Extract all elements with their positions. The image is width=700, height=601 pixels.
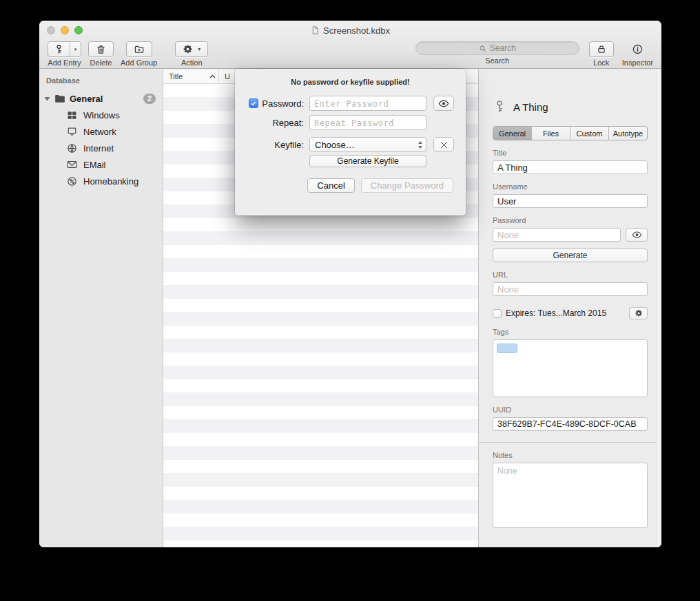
close-button[interactable] [47, 26, 55, 34]
add-entry-button[interactable]: ▾ [48, 41, 81, 57]
tags-label: Tags [493, 328, 648, 336]
toolbar-item-search: Search Search [415, 41, 579, 65]
password-label: Password: [262, 98, 304, 109]
column-title-label: Title [169, 72, 183, 81]
sort-ascending-icon [209, 74, 216, 78]
gear-icon [635, 309, 643, 317]
action-button[interactable]: ▾ [175, 41, 208, 57]
group-label: EMail [83, 160, 106, 170]
inspector-label: Inspector [622, 59, 653, 67]
lock-button[interactable] [589, 41, 614, 57]
close-x-icon [440, 140, 449, 149]
document-icon [311, 25, 320, 35]
window-title-text: Screenshot.kdbx [323, 25, 390, 36]
group-label: Network [83, 127, 116, 137]
toolbar-item-lock: Lock [589, 41, 614, 67]
sidebar-item-windows[interactable]: Windows [39, 107, 163, 123]
expires-settings-button[interactable] [629, 307, 648, 319]
percent-coin-icon [65, 176, 78, 187]
globe-icon [65, 143, 78, 154]
search-input[interactable]: Search [415, 41, 579, 55]
generate-password-button[interactable]: Generate [493, 249, 648, 262]
entry-count-badge: 2 [143, 94, 156, 104]
tab-general[interactable]: General [493, 127, 531, 140]
folder-plus-icon [134, 44, 145, 54]
dialog-password-input[interactable] [309, 96, 426, 111]
uuid-field[interactable]: 38F629B7-FC4E-489C-8DCF-0CAB [493, 417, 648, 431]
dialog-reveal-password-button[interactable] [433, 96, 454, 111]
generate-keyfile-row: Generate Keyfile [235, 155, 466, 167]
keyfile-label-group: Keyfile: [240, 140, 309, 150]
username-input[interactable] [493, 194, 648, 208]
tag-pill[interactable] [497, 344, 517, 353]
tags-box[interactable] [493, 339, 648, 397]
divider [479, 442, 661, 443]
reveal-password-button[interactable] [626, 228, 648, 242]
entry-title: A Thing [513, 101, 548, 113]
title-input[interactable] [493, 160, 648, 174]
tab-autotype[interactable]: Autotype [608, 127, 647, 140]
cancel-button[interactable]: Cancel [307, 178, 354, 193]
password-label: Password [493, 216, 648, 224]
column-header-username[interactable]: U [219, 72, 230, 81]
lock-label: Lock [593, 59, 609, 67]
url-label: URL [493, 271, 648, 279]
inspector-scrollbar[interactable] [656, 70, 661, 547]
repeat-password-input[interactable] [309, 115, 426, 130]
column-header-title[interactable]: Title [163, 70, 219, 83]
sidebar-item-network[interactable]: Network [39, 123, 163, 140]
group-label: Windows [83, 110, 120, 120]
sidebar-item-general[interactable]: General 2 [39, 90, 163, 107]
key-plus-icon [48, 42, 70, 56]
clear-keyfile-button[interactable] [433, 137, 454, 152]
add-entry-label: Add Entry [48, 59, 81, 67]
sidebar: Database General 2 Windows [39, 70, 163, 547]
change-password-button[interactable]: Change Password [361, 178, 453, 193]
sidebar-item-internet[interactable]: Internet [39, 140, 163, 156]
search-placeholder: Search [490, 43, 516, 53]
add-group-button[interactable] [126, 41, 152, 57]
key-icon [493, 99, 506, 114]
password-row [493, 228, 648, 242]
group-label: General [70, 94, 103, 104]
group-label: Internet [83, 143, 114, 154]
screen: Screenshot.kdbx ▾ Add Entry [0, 0, 700, 601]
toolbar-item-delete: Delete [88, 41, 114, 67]
sidebar-item-homebanking[interactable]: Homebanking [39, 173, 163, 189]
monitor-icon [65, 127, 78, 136]
minimize-button[interactable] [61, 26, 69, 34]
zoom-button[interactable] [74, 26, 83, 34]
group-label: Homebanking [83, 176, 138, 187]
tab-files[interactable]: Files [531, 127, 570, 140]
folder-icon [54, 94, 66, 103]
keyfile-popup-button[interactable]: Choose… [309, 137, 426, 152]
sidebar-item-email[interactable]: EMail [39, 156, 163, 173]
disclosure-triangle-icon[interactable] [44, 96, 50, 101]
trash-icon [96, 44, 106, 54]
search-icon [479, 45, 486, 52]
inspector-password-input[interactable] [493, 228, 621, 242]
password-row: Password: [235, 96, 466, 111]
titlebar[interactable]: Screenshot.kdbx [39, 21, 661, 40]
window-chrome: Screenshot.kdbx ▾ Add Entry [39, 21, 661, 69]
expires-checkbox[interactable] [493, 309, 502, 318]
expires-label: Expires: Tues...March 2015 [506, 308, 625, 318]
add-entry-dropdown-arrow[interactable]: ▾ [70, 42, 81, 56]
popup-stepper-icon [418, 140, 423, 149]
password-checkbox[interactable] [249, 98, 258, 108]
url-input[interactable] [493, 282, 648, 296]
keyfile-label: Keyfile: [274, 140, 304, 150]
traffic-lights [47, 26, 83, 34]
notes-textarea[interactable] [493, 463, 648, 528]
notes-label: Notes [493, 451, 648, 459]
generate-keyfile-button[interactable]: Generate Keyfile [309, 155, 426, 167]
toolbar: ▾ Add Entry Delete [39, 40, 661, 69]
username-label: Username [493, 182, 648, 191]
search-label: Search [485, 56, 509, 65]
envelope-icon [65, 160, 78, 169]
change-password-dialog: No password or keyfile supplied! Passwor… [235, 69, 466, 215]
eye-icon [632, 231, 642, 239]
tab-custom[interactable]: Custom [570, 127, 608, 140]
delete-button[interactable] [88, 41, 114, 57]
inspector-button[interactable] [628, 41, 648, 57]
